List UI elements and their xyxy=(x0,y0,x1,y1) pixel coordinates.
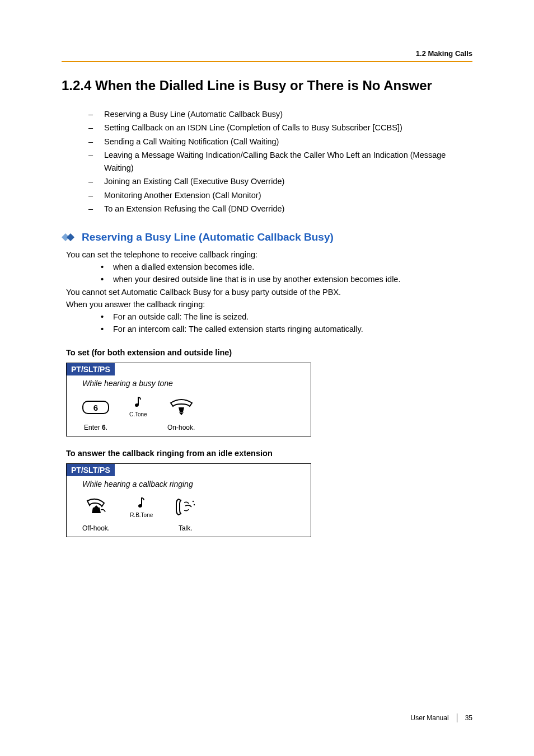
footer-divider xyxy=(457,713,457,722)
section-p3: When you answer the callback ringing: xyxy=(66,299,472,311)
step-enter-6: 6 Enter 6. xyxy=(82,396,109,431)
tone-label: C.Tone xyxy=(129,411,147,417)
section-bullets: when a dialled extension becomes idle. w… xyxy=(62,261,472,287)
toc-item: Setting Callback on an ISDN Line (Comple… xyxy=(88,121,472,134)
section-p2: You cannot set Automatic Callback Busy f… xyxy=(66,287,472,299)
step-caption-text: . xyxy=(106,424,107,431)
step-onhook: On-hook. xyxy=(167,396,195,431)
procedure-condition: While hearing a busy tone xyxy=(67,375,311,396)
page-footer: User Manual 35 xyxy=(411,713,472,722)
tone-label: R.B.Tone xyxy=(130,512,153,518)
procedure-box-header: PT/SLT/PS xyxy=(67,363,115,375)
section-intro: You can set the telephone to receive cal… xyxy=(66,249,472,261)
step-caption: On-hook. xyxy=(167,424,195,431)
music-note-icon xyxy=(133,396,143,410)
toc-item: Leaving a Message Waiting Indication/Cal… xyxy=(88,149,472,174)
procedure-box: PT/SLT/PS While hearing a callback ringi… xyxy=(66,463,311,537)
procedure-box-header: PT/SLT/PS xyxy=(67,464,115,476)
bullet-item: For an outside call: The line is seized. xyxy=(101,311,472,323)
svg-point-5 xyxy=(194,504,195,505)
svg-marker-2 xyxy=(179,412,184,415)
step-caption-bold: 6 xyxy=(102,424,106,431)
key-6-icon: 6 xyxy=(82,401,109,414)
header-breadcrumb: 1.2 Making Calls xyxy=(62,49,472,58)
header-rule xyxy=(62,61,472,62)
bullet-item: when your desired outside line that is i… xyxy=(101,274,472,286)
toc-item: Joining an Existing Call (Executive Busy… xyxy=(88,175,472,187)
step-offhook: Off-hook. xyxy=(82,496,110,532)
toc-list: Reserving a Busy Line (Automatic Callbac… xyxy=(62,108,472,215)
toc-item: To an Extension Refusing the Call (DND O… xyxy=(88,203,472,215)
page-title: 1.2.4 When the Dialled Line is Busy or T… xyxy=(62,78,472,93)
procedure-condition: While hearing a callback ringing xyxy=(67,476,311,496)
music-note-icon xyxy=(137,496,147,511)
bullet-item: when a dialled extension becomes idle. xyxy=(101,261,472,274)
bullet-item: For an intercom call: The called extensi… xyxy=(101,323,472,336)
page-number: 35 xyxy=(465,714,472,722)
step-caption: Off-hook. xyxy=(82,524,110,532)
handset-onhook-icon xyxy=(167,397,195,417)
svg-point-4 xyxy=(193,501,194,502)
toc-item: Reserving a Busy Line (Automatic Callbac… xyxy=(88,108,472,120)
handset-talk-icon xyxy=(173,497,198,519)
procedure-heading: To answer the callback ringing from an i… xyxy=(66,449,472,458)
step-caption: Talk. xyxy=(173,524,198,532)
toc-item: Monitoring Another Extension (Call Monit… xyxy=(88,189,472,201)
step-talk: Talk. xyxy=(173,496,198,532)
procedure-box: PT/SLT/PS While hearing a busy tone 6 En… xyxy=(66,363,311,436)
step-caption-text: Enter xyxy=(84,424,102,431)
procedure-heading: To set (for both extension and outside l… xyxy=(66,348,472,357)
svg-marker-3 xyxy=(94,505,99,508)
section-bullets-2: For an outside call: The line is seized.… xyxy=(62,311,472,336)
footer-label: User Manual xyxy=(411,714,449,722)
toc-item: Sending a Call Waiting Notification (Cal… xyxy=(88,135,472,148)
section-heading: Reserving a Busy Line (Automatic Callbac… xyxy=(82,231,334,243)
step-tone: R.B.Tone xyxy=(130,496,153,518)
handset-offhook-icon xyxy=(85,497,107,519)
svg-marker-1 xyxy=(67,233,74,241)
step-tone: C.Tone xyxy=(129,396,147,417)
diamond-bullet-icon xyxy=(62,233,76,242)
